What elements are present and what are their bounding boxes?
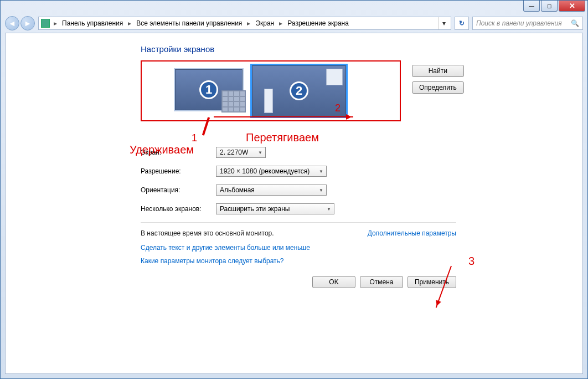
chevron-right-icon: ▸ (52, 19, 59, 27)
content-frame: Настройки экранов 1 (5, 33, 583, 374)
multidisplay-dropdown[interactable]: Расширить эти экраны (216, 203, 334, 214)
chevron-right-icon: ▸ (245, 19, 252, 27)
annotation-label-2: 2 (335, 103, 341, 114)
display-row: Экран: 2. 2270W (141, 147, 560, 158)
cancel-button[interactable]: Отмена (360, 276, 403, 288)
annotation-arrow (214, 116, 353, 117)
address-dropdown-icon[interactable]: ▾ (439, 17, 448, 29)
refresh-button[interactable]: ↻ (455, 17, 469, 30)
monitor-1[interactable]: 1 (174, 68, 244, 111)
orientation-label: Ориентация: (141, 186, 216, 194)
apply-button[interactable]: Применить (408, 276, 456, 288)
preview-buttons: Найти Определить (412, 65, 464, 94)
display-dropdown[interactable]: 2. 2270W (216, 147, 266, 158)
resolution-row: Разрешение: 1920 × 1080 (рекомендуется) (141, 166, 560, 177)
monitor-preview: 1 2 2 (141, 60, 401, 121)
address-bar[interactable]: ▸ Панель управления ▸ Все элементы панел… (38, 17, 451, 30)
monitor-1-badge: 1 (199, 80, 218, 99)
back-button[interactable]: ◄ (5, 16, 19, 30)
maximize-button[interactable]: ◻ (541, 1, 558, 12)
identify-button[interactable]: Определить (412, 81, 464, 94)
content: Настройки экранов 1 (141, 44, 560, 288)
monitor-2-badge: 2 (290, 81, 308, 100)
forward-button[interactable]: ► (20, 16, 35, 30)
multidisplay-label: Несколько экранов: (141, 205, 216, 213)
annotation-label-3: 3 (468, 255, 474, 268)
window-controls: — ◻ ✕ (523, 1, 585, 12)
close-button[interactable]: ✕ (559, 1, 585, 12)
control-panel-icon (41, 19, 50, 28)
find-button[interactable]: Найти (412, 65, 464, 77)
multidisplay-row: Несколько экранов: Расширить эти экраны (141, 203, 560, 214)
search-placeholder: Поиск в панели управления (476, 19, 562, 27)
breadcrumb[interactable]: Все элементы панели управления (135, 19, 243, 27)
monitor-2[interactable]: 2 2 (250, 64, 348, 118)
ok-button[interactable]: OK (312, 276, 355, 288)
nav-arrows: ◄ ► (5, 16, 35, 30)
orientation-row: Ориентация: Альбомная (141, 185, 560, 196)
breadcrumb[interactable]: Разрешение экрана (286, 19, 350, 27)
titlebar: — ◻ ✕ (1, 1, 587, 15)
minimize-button[interactable]: — (523, 1, 540, 12)
advanced-settings-link[interactable]: Дополнительные параметры (368, 229, 456, 237)
annotation-hold: Удерживаем (130, 144, 194, 156)
annotation-label-1: 1 (192, 132, 197, 144)
chevron-right-icon: ▸ (126, 19, 133, 27)
text-size-link[interactable]: Сделать текст и другие элементы больше и… (141, 244, 310, 252)
window-icon (264, 89, 273, 113)
primary-monitor-info: В настоящее время это основной монитор. … (141, 229, 456, 237)
action-buttons: OK Отмена Применить (141, 276, 456, 288)
chevron-right-icon: ▸ (277, 19, 284, 27)
orientation-dropdown[interactable]: Альбомная (216, 185, 327, 196)
divider (141, 222, 456, 223)
window-icon (326, 69, 343, 85)
settings-form: Экран: 2. 2270W Разрешение: 1920 × 1080 … (141, 147, 560, 214)
breadcrumb[interactable]: Панель управления (61, 19, 124, 27)
primary-monitor-text: В настоящее время это основной монитор. (141, 229, 274, 237)
resolution-dropdown[interactable]: 1920 × 1080 (рекомендуется) (216, 166, 327, 177)
annotation-drag: Перетягиваем (246, 131, 319, 144)
calendar-icon (221, 90, 246, 112)
search-icon: 🔍 (571, 19, 579, 27)
breadcrumb[interactable]: Экран (254, 19, 275, 27)
navbar: ◄ ► ▸ Панель управления ▸ Все элементы п… (1, 15, 587, 32)
window: — ◻ ✕ ◄ ► ▸ Панель управления ▸ Все элем… (0, 0, 588, 379)
page-title: Настройки экранов (141, 44, 560, 54)
resolution-label: Разрешение: (141, 167, 216, 175)
which-settings-link[interactable]: Какие параметры монитора следует выбрать… (141, 257, 284, 265)
search-input[interactable]: Поиск в панели управления 🔍 (472, 17, 583, 30)
